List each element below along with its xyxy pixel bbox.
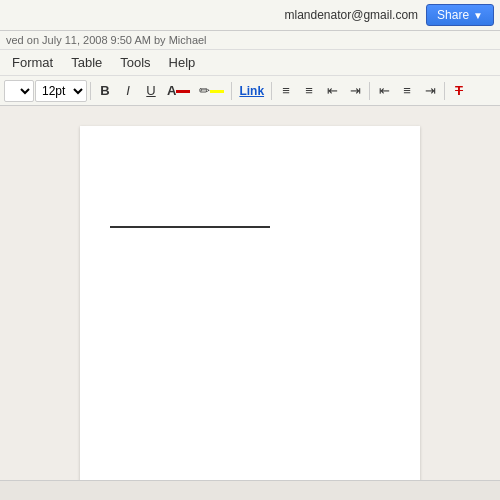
decrease-indent-button[interactable]: ⇤ — [321, 80, 343, 102]
menu-item-tools[interactable]: Tools — [112, 52, 158, 73]
ordered-list-icon: ≡ — [282, 83, 290, 98]
align-right-icon: ⇥ — [425, 83, 436, 98]
align-center-icon: ≡ — [403, 83, 411, 98]
document-line — [110, 226, 270, 228]
font-color-indicator — [176, 90, 190, 93]
font-color-button[interactable]: A — [163, 80, 194, 102]
highlight-icon: ✏ — [199, 83, 210, 98]
align-right-button[interactable]: ⇥ — [419, 80, 441, 102]
underline-button[interactable]: U — [140, 80, 162, 102]
menu-item-format[interactable]: Format — [4, 52, 61, 73]
italic-button[interactable]: I — [117, 80, 139, 102]
document-page[interactable] — [80, 126, 420, 480]
align-center-button[interactable]: ≡ — [396, 80, 418, 102]
toolbar: 12pt B I U A ✏ Link ≡ ≡ ⇤ ⇥ ⇤ ≡ — [0, 76, 500, 106]
align-left-icon: ⇤ — [379, 83, 390, 98]
decrease-indent-icon: ⇤ — [327, 83, 338, 98]
save-status-bar: ved on July 11, 2008 9:50 AM by Michael — [0, 31, 500, 50]
bottom-bar — [0, 480, 500, 500]
menu-item-help[interactable]: Help — [161, 52, 204, 73]
top-bar: mlandenator@gmail.com Share ▼ — [0, 0, 500, 31]
unordered-list-icon: ≡ — [305, 83, 313, 98]
toolbar-separator-2 — [231, 82, 232, 100]
menu-item-table[interactable]: Table — [63, 52, 110, 73]
share-button[interactable]: Share ▼ — [426, 4, 494, 26]
toolbar-separator-1 — [90, 82, 91, 100]
toolbar-separator-4 — [369, 82, 370, 100]
share-label: Share — [437, 8, 469, 22]
share-dropdown-arrow: ▼ — [473, 10, 483, 21]
menu-bar: Format Table Tools Help — [0, 50, 500, 76]
align-left-button[interactable]: ⇤ — [373, 80, 395, 102]
increase-indent-button[interactable]: ⇥ — [344, 80, 366, 102]
bold-button[interactable]: B — [94, 80, 116, 102]
toolbar-separator-3 — [271, 82, 272, 100]
highlight-color-button[interactable]: ✏ — [195, 80, 228, 102]
link-button[interactable]: Link — [235, 80, 268, 102]
highlight-color-indicator — [210, 90, 224, 93]
toolbar-separator-5 — [444, 82, 445, 100]
user-email: mlandenator@gmail.com — [284, 8, 418, 22]
font-family-select[interactable] — [4, 80, 34, 102]
save-status-text: ved on July 11, 2008 9:50 AM by Michael — [6, 34, 207, 46]
strikethrough-button[interactable]: T — [448, 80, 470, 102]
document-area — [0, 106, 500, 480]
unordered-list-button[interactable]: ≡ — [298, 80, 320, 102]
font-size-select[interactable]: 12pt — [35, 80, 87, 102]
ordered-list-button[interactable]: ≡ — [275, 80, 297, 102]
increase-indent-icon: ⇥ — [350, 83, 361, 98]
strikethrough-icon: T — [455, 83, 463, 98]
font-color-letter: A — [167, 83, 176, 98]
